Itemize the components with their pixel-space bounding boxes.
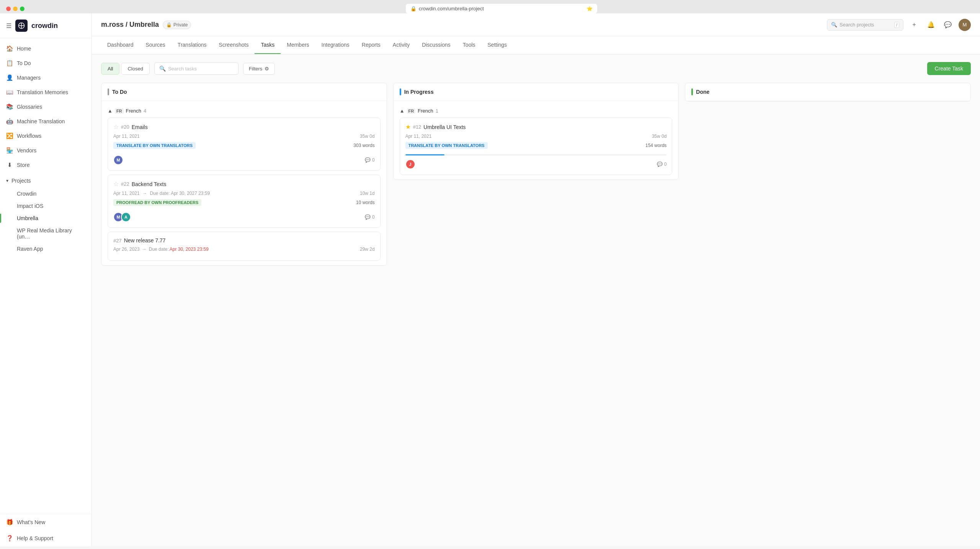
assignee-avatar: M — [113, 155, 123, 165]
tab-sources[interactable]: Sources — [140, 36, 172, 54]
sidebar-item-glossaries[interactable]: 📚 Glossaries — [0, 100, 91, 114]
add-button[interactable]: ＋ — [908, 19, 920, 31]
sidebar-item-translation-memories[interactable]: 📖 Translation Memories — [0, 85, 91, 100]
task-card-header: ☆ #22 Backend Texts — [113, 180, 375, 188]
tab-activity[interactable]: Activity — [387, 36, 416, 54]
done-indicator — [691, 88, 693, 95]
column-inprogress-title: In Progress — [404, 89, 434, 95]
tab-tools[interactable]: Tools — [457, 36, 482, 54]
projects-header[interactable]: ▾ Projects — [0, 174, 91, 188]
translation-memories-icon: 📖 — [6, 89, 13, 96]
star-icon[interactable]: ☆ — [113, 123, 119, 131]
lang-group-header[interactable]: ▲ FR French 4 — [108, 106, 381, 118]
sidebar-item-machine-translation[interactable]: 🤖 Machine Translation — [0, 114, 91, 129]
sidebar-item-whats-new[interactable]: 🎁 What's New — [0, 514, 91, 530]
all-pill[interactable]: All — [101, 63, 119, 75]
star-icon[interactable]: ☆ — [113, 180, 119, 188]
sidebar-item-managers[interactable]: 👤 Managers — [0, 70, 91, 85]
task-type-badge: TRANSLATE BY OWN TRANSLATORS — [113, 142, 196, 149]
task-card-27[interactable]: #27 New release 7.77 Apr 26, 2023 → Due … — [108, 232, 381, 261]
tab-discussions[interactable]: Discussions — [416, 36, 457, 54]
sidebar-item-help-support[interactable]: ❓ Help & Support — [0, 530, 91, 546]
search-projects-input[interactable]: 🔍 Search projects / — [827, 19, 903, 31]
column-done-header: Done — [685, 83, 970, 101]
column-todo: To Do ▲ FR French 4 — [101, 83, 387, 266]
task-words: 303 words — [353, 143, 374, 148]
lang-group-header[interactable]: ▲ FR French 1 — [400, 106, 673, 118]
task-number: #22 — [121, 181, 129, 187]
sidebar-item-crowdin[interactable]: Crowdin — [0, 188, 91, 200]
column-todo-title: To Do — [112, 89, 127, 95]
bookmark-icon[interactable]: ⭐ — [586, 6, 593, 11]
sidebar-item-workflows[interactable]: 🔀 Workflows — [0, 129, 91, 143]
language-task-count: 1 — [436, 108, 438, 114]
tab-settings[interactable]: Settings — [482, 36, 513, 54]
search-placeholder: Search projects — [840, 22, 874, 28]
todo-icon: 📋 — [6, 60, 13, 67]
todo-indicator — [108, 88, 109, 95]
sidebar-item-umbrella[interactable]: Umbrella — [0, 212, 91, 224]
url-bar[interactable]: 🔒 crowdin.com/umbrella-project ⭐ — [406, 4, 597, 13]
tab-members[interactable]: Members — [281, 36, 315, 54]
messages-button[interactable]: 💬 — [942, 19, 954, 31]
star-icon[interactable]: ★ — [405, 123, 411, 131]
chevron-up-icon: ▲ — [108, 108, 113, 114]
sidebar-bottom: 🎁 What's New ❓ Help & Support — [0, 514, 91, 546]
closed-pill[interactable]: Closed — [121, 63, 149, 75]
task-comments[interactable]: 💬 0 — [657, 162, 667, 167]
sidebar-item-raven[interactable]: Raven App — [0, 243, 91, 255]
task-comments[interactable]: 💬 0 — [365, 214, 375, 220]
task-assignees: M — [113, 155, 121, 165]
language-task-count: 4 — [144, 108, 146, 114]
create-task-button[interactable]: Create Task — [927, 62, 971, 75]
tab-reports[interactable]: Reports — [356, 36, 387, 54]
vendors-icon: 🏪 — [6, 147, 13, 154]
maximize-button[interactable] — [20, 7, 24, 11]
chevron-up-icon: ▲ — [400, 108, 405, 114]
tab-integrations[interactable]: Integrations — [315, 36, 356, 54]
project-label: Crowdin — [17, 191, 36, 197]
task-number: #12 — [413, 124, 421, 130]
sidebar-item-wp-real[interactable]: WP Real Media Library (un… — [0, 224, 91, 243]
tab-screenshots[interactable]: Screenshots — [213, 36, 255, 54]
language-name: French — [418, 108, 433, 114]
task-duration: 35w 0d — [652, 134, 667, 139]
sidebar-item-impact-ios[interactable]: Impact iOS — [0, 200, 91, 212]
store-icon: ⬇ — [6, 162, 13, 168]
notifications-button[interactable]: 🔔 — [925, 19, 937, 31]
tab-dashboard[interactable]: Dashboard — [101, 36, 140, 54]
chevron-down-icon: ▾ — [6, 178, 8, 183]
task-date: Apr 11, 2021 → Due date: Apr 30, 2027 23… — [113, 191, 210, 196]
hamburger-icon[interactable]: ☰ — [6, 22, 11, 29]
tab-tasks[interactable]: Tasks — [255, 36, 281, 54]
sidebar-item-store[interactable]: ⬇ Store — [0, 158, 91, 172]
lock-icon: 🔒 — [410, 6, 416, 11]
task-meta: Apr 11, 2021 35w 0d — [113, 134, 375, 139]
task-card-12[interactable]: ★ #12 Umbrella UI Texts Apr 11, 2021 35w… — [400, 118, 673, 175]
sidebar-item-todo[interactable]: 📋 To Do — [0, 56, 91, 70]
language-flag: FR — [407, 108, 416, 114]
search-tasks-input[interactable]: 🔍 Search tasks — [154, 62, 238, 75]
close-button[interactable] — [6, 7, 11, 11]
task-comments[interactable]: 💬 0 — [365, 157, 375, 163]
column-inprogress: In Progress ▲ FR French 1 — [393, 83, 679, 180]
task-card-header: ★ #12 Umbrella UI Texts — [405, 123, 667, 131]
filters-button[interactable]: Filters ⚙ — [243, 63, 275, 75]
home-icon: 🏠 — [6, 45, 13, 52]
tab-nav: Dashboard Sources Translations Screensho… — [92, 36, 980, 54]
minimize-button[interactable] — [13, 7, 18, 11]
sidebar-item-vendors[interactable]: 🏪 Vendors — [0, 143, 91, 158]
comment-count: 0 — [664, 162, 667, 167]
logo-text: crowdin — [31, 22, 58, 30]
user-avatar[interactable]: M — [959, 19, 971, 31]
comment-icon: 💬 — [365, 214, 371, 220]
task-card-20[interactable]: ☆ #20 Emails Apr 11, 2021 35w 0d TRANSLA… — [108, 118, 381, 171]
project-title: m.ross / Umbrella 🔒 Private — [101, 21, 191, 29]
sidebar-item-home[interactable]: 🏠 Home — [0, 41, 91, 56]
tab-translations[interactable]: Translations — [172, 36, 213, 54]
task-words: 154 words — [645, 143, 666, 148]
task-card-22[interactable]: ☆ #22 Backend Texts Apr 11, 2021 → Due d… — [108, 175, 381, 228]
sidebar-nav: 🏠 Home 📋 To Do 👤 Managers 📖 Translation … — [0, 38, 91, 514]
assignee-avatar: J — [405, 159, 415, 169]
column-done-title: Done — [696, 89, 709, 95]
